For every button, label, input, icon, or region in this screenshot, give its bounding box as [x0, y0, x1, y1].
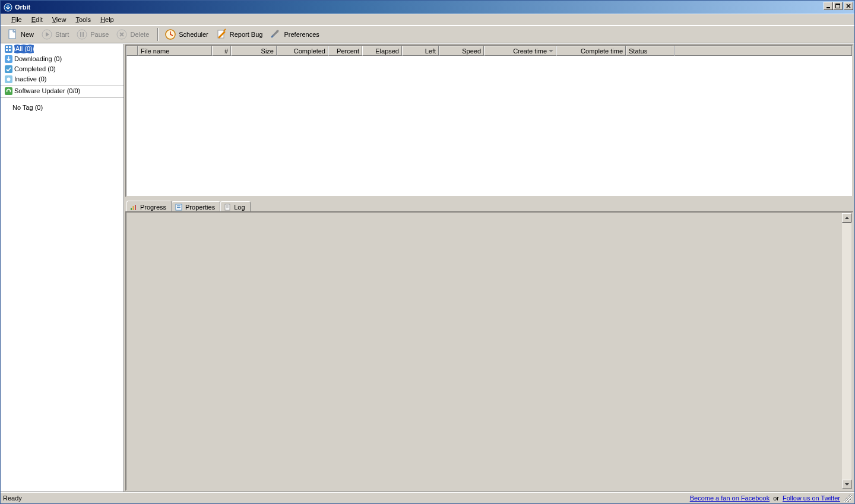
sidebar-item-completed[interactable]: Completed (0)	[1, 64, 124, 74]
sidebar: All (0) Downloading (0) Completed (0)	[1, 44, 124, 492]
statusbar: Ready Become a fan on Facebook or Follow…	[1, 492, 854, 503]
sidebar-item-software-updater[interactable]: Software Updater (0/0)	[1, 86, 124, 96]
grid-icon	[4, 45, 12, 53]
col-complete-time[interactable]: Complete time	[556, 46, 626, 56]
svg-rect-3	[835, 4, 840, 5]
svg-rect-19	[5, 65, 12, 73]
tab-log[interactable]: Log	[220, 201, 250, 211]
log-icon	[223, 203, 232, 211]
scheduler-label: Scheduler	[179, 31, 208, 38]
col-elapsed[interactable]: Elapsed	[362, 46, 402, 56]
col-create-time[interactable]: Create time	[484, 46, 556, 56]
window-title: Orbit	[15, 4, 30, 11]
delete-icon	[116, 28, 128, 40]
tools-icon	[270, 28, 281, 40]
download-list: File name # Size Completed Percent Elaps…	[125, 45, 853, 197]
svg-rect-23	[131, 208, 132, 210]
svg-point-21	[7, 78, 10, 81]
col-num[interactable]: #	[212, 46, 231, 56]
col-blank[interactable]	[126, 46, 138, 56]
report-bug-label: Report Bug	[230, 31, 263, 38]
col-completed[interactable]: Completed	[277, 46, 328, 56]
tab-log-label: Log	[234, 204, 245, 211]
delete-label: Delete	[130, 31, 149, 38]
updater-icon	[4, 87, 12, 96]
tab-progress-label: Progress	[140, 204, 166, 211]
toolbar: New Start Pause Delete Scheduler	[1, 26, 854, 43]
sidebar-item-inactive[interactable]: Inactive (0)	[1, 74, 124, 84]
download-icon	[4, 55, 12, 64]
tab-properties[interactable]: Properties	[172, 201, 220, 211]
minimize-button[interactable]	[824, 2, 833, 10]
facebook-link[interactable]: Become a fan on Facebook	[690, 495, 770, 502]
svg-point-12	[276, 30, 278, 33]
scroll-down-button[interactable]	[842, 480, 851, 489]
pause-label: Pause	[90, 31, 109, 38]
svg-rect-25	[135, 205, 136, 210]
detail-scrollbar[interactable]	[842, 213, 851, 489]
col-filler	[674, 46, 852, 56]
detail-tabs: Progress Properties Log	[125, 199, 853, 211]
start-label: Start	[55, 31, 69, 38]
delete-button[interactable]: Delete	[115, 27, 153, 42]
new-button[interactable]: New	[5, 27, 37, 42]
col-left[interactable]: Left	[402, 46, 439, 56]
sidebar-item-no-tag[interactable]: No Tag (0)	[1, 103, 124, 113]
col-size[interactable]: Size	[231, 46, 277, 56]
toolbar-separator	[157, 28, 159, 41]
status-text: Ready	[3, 495, 22, 502]
close-button[interactable]	[844, 2, 853, 10]
twitter-link[interactable]: Follow us on Twitter	[783, 495, 840, 502]
menu-view[interactable]: View	[48, 15, 71, 24]
menubar: File Edit View Tools Help	[1, 14, 854, 26]
col-filename[interactable]: File name	[138, 46, 212, 56]
sidebar-label-no-tag: No Tag (0)	[12, 103, 43, 112]
status-or: or	[773, 495, 779, 502]
sidebar-item-all[interactable]: All (0)	[1, 44, 124, 54]
sidebar-item-downloading[interactable]: Downloading (0)	[1, 54, 124, 64]
svg-rect-24	[133, 206, 134, 210]
svg-point-6	[77, 30, 87, 39]
sidebar-label-all: All (0)	[14, 45, 34, 53]
app-icon	[3, 2, 12, 12]
sort-desc-icon	[549, 50, 553, 52]
menu-edit[interactable]: Edit	[27, 15, 48, 24]
clock-icon	[164, 28, 176, 40]
chart-icon	[129, 203, 138, 211]
inactive-icon	[4, 75, 12, 84]
window-controls	[824, 1, 854, 14]
list-body[interactable]	[126, 56, 852, 196]
menu-file[interactable]: File	[7, 15, 27, 24]
preferences-button[interactable]: Preferences	[268, 27, 322, 42]
svg-rect-8	[83, 32, 84, 37]
play-icon	[41, 28, 53, 40]
report-bug-button[interactable]: Report Bug	[214, 27, 267, 42]
svg-rect-27	[177, 205, 180, 207]
titlebar[interactable]: Orbit	[1, 1, 854, 14]
pause-icon	[76, 28, 88, 40]
properties-icon	[175, 203, 183, 211]
menu-tools[interactable]: Tools	[71, 15, 96, 24]
tab-progress[interactable]: Progress	[126, 201, 172, 212]
sidebar-label-downloading: Downloading (0)	[14, 55, 62, 64]
start-button[interactable]: Start	[40, 27, 72, 42]
menu-help[interactable]: Help	[96, 15, 119, 24]
sidebar-label-completed: Completed (0)	[14, 65, 56, 74]
svg-rect-7	[80, 32, 81, 37]
pause-button[interactable]: Pause	[75, 27, 112, 42]
resize-grip[interactable]	[844, 494, 852, 502]
scheduler-button[interactable]: Scheduler	[163, 27, 212, 42]
maximize-button[interactable]	[833, 2, 843, 10]
scroll-up-button[interactable]	[842, 213, 851, 223]
col-percent[interactable]: Percent	[328, 46, 362, 56]
scroll-track[interactable]	[842, 223, 851, 480]
svg-rect-15	[9, 46, 11, 48]
col-status[interactable]: Status	[626, 46, 674, 56]
bug-icon	[216, 28, 227, 40]
new-icon	[7, 28, 18, 40]
col-speed[interactable]: Speed	[439, 46, 484, 56]
tab-properties-label: Properties	[185, 204, 215, 211]
preferences-label: Preferences	[284, 31, 319, 38]
svg-rect-28	[177, 207, 180, 208]
svg-rect-13	[5, 45, 12, 53]
